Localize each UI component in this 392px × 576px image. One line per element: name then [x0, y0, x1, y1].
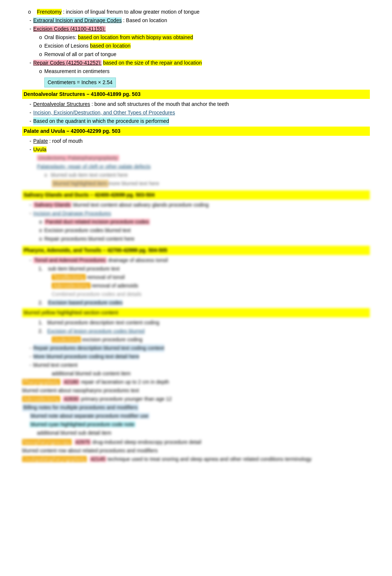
- list-item-blurred-final: blurred content row about related proced…: [22, 447, 370, 455]
- oral-biopsies-label: Oral Biopsies:: [44, 34, 76, 40]
- section-header-blurred-3: Pharynx, Adenoids, and Tonsils – 42700-4…: [22, 246, 370, 255]
- b-text-4: blurred text content: [33, 361, 78, 369]
- item-text: Frenotomy : incision of lingual frenum t…: [37, 8, 199, 16]
- list-item-blurred: o Parotid duct related incision procedur…: [22, 218, 370, 226]
- blurred-yellow-text: blurred yellow highlighted section conte…: [24, 310, 118, 315]
- list-item: - Dentoalveolar Structures : bone and so…: [22, 100, 370, 108]
- section-header-text: Dentoalveolar Structures – 41800-41899 p…: [24, 91, 141, 97]
- list-item-blurred: 2. Excision of lesion procedure codes bl…: [22, 327, 370, 335]
- b-orange-1: Uvulectomy: [52, 337, 81, 342]
- highlight-lesions-text: based on location: [90, 43, 131, 49]
- list-item-blurred: Combined procedure codes and details: [22, 290, 370, 298]
- section-header-text-palate: Palate and Uvula – 42000-42299 pg. 503: [24, 128, 120, 134]
- blurred-text-2: Palatoplasty: repair of cleft or other p…: [37, 163, 151, 170]
- b-cyan-bottom: blurred cyan highlighted procedure code …: [30, 421, 135, 427]
- blurred-orange-1: Tonsillectomy: [52, 274, 86, 280]
- b-bottom-text: repair of laceration up to 2 cm in depth: [81, 379, 169, 385]
- section-header-palate: Palate and Uvula – 42000-42299 pg. 503: [22, 127, 370, 136]
- list-item-blurred: - Salivary Glands blurred text content a…: [22, 201, 370, 209]
- b-dash-3: -: [22, 361, 33, 369]
- b-text-1: blurred procedure description text conte…: [47, 319, 159, 327]
- item-text: Excision of Lesions based on location: [44, 42, 131, 50]
- list-item-blurred: additional blurred sub content item: [22, 370, 370, 377]
- list-item-blurred: o Repair procedures blurred content here: [22, 235, 370, 243]
- b-dash: -: [22, 344, 33, 352]
- b-pink-final-2: 42145: [90, 456, 106, 462]
- list-item: o Frenotomy : incision of lingual frenum…: [22, 8, 370, 16]
- excision-lesions-label: Excision of Lesions: [44, 43, 89, 49]
- dentoalveolar-text: : bone and soft structures of the mouth …: [92, 101, 229, 107]
- blurred-bottom-section: Pharyngoplasty 42180 repair of laceratio…: [22, 378, 370, 437]
- blurred-3-row-1: Tonsil and Adenoid Procedures drainage o…: [33, 256, 168, 264]
- list-item-blurred: Palatoplasty: repair of cleft or other p…: [37, 163, 370, 170]
- list-item-blurred-bottom: blurred content about nasopharynx proced…: [22, 387, 370, 394]
- blurred-3-row-2: sub item blurred procedure text: [48, 265, 120, 273]
- blurred-row-2: Incision and Drainage Procedures: [33, 210, 111, 217]
- list-item: - Extraoral Incision and Drainage Codes …: [22, 17, 370, 24]
- item-text: Palate : roof of mouth: [33, 137, 83, 145]
- item-text: Excision Codes (41100-41155):: [33, 25, 106, 33]
- list-item-blurred: - blurred text content: [22, 361, 370, 369]
- bullet-dash: -: [22, 137, 33, 145]
- blurred-row-1-text: blurred text content about salivary glan…: [73, 202, 209, 208]
- blurred-indent-2: Adenoidectomy removal of adenoids: [22, 282, 138, 290]
- list-item-blurred-bottom: Pharyngoplasty 42180 repair of laceratio…: [22, 378, 370, 386]
- b-orange-bottom: Pharyngoplasty: [22, 379, 60, 385]
- blurred-text-4b: more blurred text here: [109, 180, 159, 187]
- section-header-blurred-2: Salivary Glands and Ducts – 42400-42699 …: [22, 190, 370, 200]
- b-indent-2: additional blurred sub content item: [22, 370, 131, 377]
- b-o-2: 2.: [22, 327, 44, 335]
- list-item-blurred: blurred highlighted item more blurred te…: [52, 180, 370, 187]
- b-bottom-check-1: Billing notes for multiple procedures an…: [22, 404, 139, 411]
- item-text-rest: : incision of lingual frenum to allow gr…: [63, 9, 200, 15]
- bullet-o: o: [22, 8, 37, 16]
- blurred-row-3: Parotid duct related incision procedure …: [44, 218, 150, 226]
- b-bottom-3: Adenoidectomy 42830 primary procedure yo…: [22, 395, 172, 403]
- blurred-3-row-1b: drainage of abscess tonsil: [108, 257, 168, 263]
- b-orange-text: excision procedure coding: [82, 337, 142, 342]
- blurred-row-5: Repair procedures blurred content here: [44, 235, 134, 243]
- b-pink-bottom: 42180: [63, 379, 79, 385]
- b-pink-bottom-2: 42830: [63, 396, 79, 402]
- list-item-blurred: - Incision and Drainage Procedures: [22, 210, 370, 217]
- list-item-blurred: - More blurred procedure coding text det…: [22, 353, 370, 361]
- blurred-indent-3: Combined procedure codes and details: [22, 290, 142, 298]
- list-item-blurred: 1. blurred procedure description text co…: [22, 319, 370, 327]
- item-text: Uvula: [33, 146, 47, 154]
- bullet-dash: -: [22, 210, 33, 217]
- item-text: Repair Codes (41250-41252): based on the…: [33, 59, 202, 67]
- b-text-2: Excision of lesion procedure codes blurr…: [47, 327, 145, 335]
- b-blue-bottom-1: blurred note about separate procedure mo…: [30, 413, 149, 419]
- b-bottom-text-2: primary procedure younger than age 12: [81, 396, 172, 402]
- bullet-dash: -: [22, 146, 33, 154]
- blurred-pink-3: Tonsil and Adenoid Procedures: [33, 257, 107, 263]
- b-orange-bottom-2: Adenoidectomy: [22, 396, 60, 402]
- blurred-text-1: Uvulectomy, Palatopharyngoplasty: [37, 154, 119, 162]
- blurred-blue: Palatoplasty: repair of cleft or other p…: [37, 163, 151, 169]
- b-final-3: Uvulopalatopharyngoplasty 42145 techniqu…: [22, 455, 312, 463]
- blurred-final-rows: Nasopharyngoscopy 42975 drug-induced sle…: [22, 438, 370, 463]
- blurred-section-content: - Salivary Glands blurred text content a…: [22, 201, 370, 243]
- bullet-dash: -: [22, 25, 33, 33]
- bullet-dash: -: [22, 100, 33, 108]
- bullet-o-sub: o: [22, 42, 44, 50]
- b-bottom-2: blurred content about nasopharynx proced…: [22, 387, 139, 394]
- list-item-blurred: Uvulectomy, Palatopharyngoplasty: [37, 154, 370, 162]
- bullet-o-sub-2: 2.: [22, 299, 44, 307]
- highlight-excision-codes: Excision Codes (41100-41155):: [33, 26, 106, 32]
- b-text-3: More blurred procedure coding text detai…: [33, 353, 139, 361]
- blurred-more-content: 1. blurred procedure description text co…: [22, 319, 370, 377]
- b-bottom-sub2: blurred cyan highlighted procedure code …: [30, 421, 135, 428]
- section-header-dentoalveolar: Dentoalveolar Structures – 41800-41899 p…: [22, 90, 370, 99]
- blurred-text-3: blurred sub item text content here: [51, 171, 128, 179]
- bullet-dash: -: [22, 109, 33, 117]
- list-item-blurred: o blurred sub item text content here: [44, 171, 370, 179]
- b-bottom-sub1: blurred note about separate procedure mo…: [30, 412, 149, 420]
- highlight-extraoral: Extraoral Incision and Drainage Codes: [33, 17, 122, 23]
- list-item-blurred-bottom: Adenoidectomy 42830 primary procedure yo…: [22, 395, 370, 403]
- uvula-label: Uvula: [33, 146, 47, 152]
- blurred-orange-1-text: removal of tonsil: [87, 274, 125, 280]
- item-text: Dentoalveolar Structures : bone and soft…: [33, 100, 229, 108]
- bullet-dash: -: [22, 256, 33, 264]
- palate-text: : roof of mouth: [49, 138, 83, 144]
